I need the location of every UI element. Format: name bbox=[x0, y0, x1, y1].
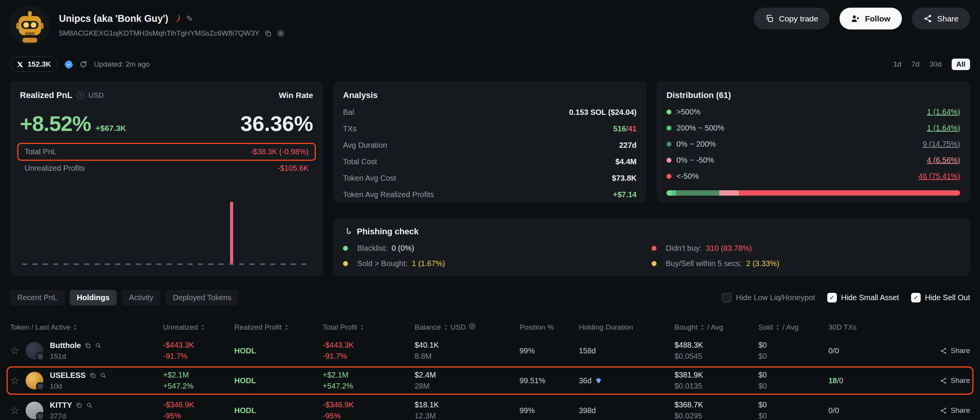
distribution-bar bbox=[666, 190, 960, 196]
filter-all[interactable]: All bbox=[952, 59, 970, 70]
distribution-bar-segment bbox=[676, 190, 719, 196]
distribution-panel: Distribution (61) >500% 1 (1.64%) 200% ~… bbox=[657, 81, 970, 203]
gem-icon bbox=[595, 377, 602, 384]
explorer-icon[interactable] bbox=[277, 29, 285, 38]
realized-pnl-percent: +8.52% bbox=[20, 111, 91, 136]
header-holding-duration[interactable]: Holding Duration bbox=[579, 323, 675, 332]
copy-address-icon[interactable] bbox=[265, 30, 272, 37]
header-sold[interactable]: Sold / Avg bbox=[758, 323, 828, 332]
cell-balance: $40.1K8.8M bbox=[415, 341, 519, 361]
win-rate-label: Win Rate bbox=[279, 91, 313, 100]
filter-1d[interactable]: 1d bbox=[893, 60, 902, 69]
filter-7d[interactable]: 7d bbox=[911, 60, 920, 69]
phishing-item-blacklist: Blacklist: 0 (0%) bbox=[343, 244, 652, 253]
checkbox-icon[interactable] bbox=[722, 293, 732, 302]
header-realized-profit[interactable]: Realized Profit bbox=[234, 323, 323, 332]
pnl-chart bbox=[22, 186, 311, 265]
header-token[interactable]: Token / Last Active bbox=[10, 323, 163, 332]
refresh-icon[interactable] bbox=[80, 60, 87, 68]
token-row-useless[interactable]: USELESS 10d +$2.1M+547.2% HODL +$2.1M+54… bbox=[10, 366, 970, 395]
cell-realized: HODL bbox=[234, 406, 323, 415]
info-icon[interactable] bbox=[77, 92, 84, 99]
sort-icon bbox=[284, 324, 289, 330]
copy-token-icon[interactable] bbox=[85, 342, 91, 349]
hide-low-liq-checkbox[interactable]: Hide Low Liq/Honeypot bbox=[722, 293, 815, 302]
hide-small-asset-checkbox[interactable]: ✓ Hide Small Asset bbox=[827, 293, 899, 302]
share-icon bbox=[923, 14, 932, 23]
hide-sell-out-checkbox[interactable]: ✓ Hide Sell Out bbox=[911, 293, 970, 302]
sort-icon bbox=[444, 324, 448, 330]
tab-recent-pnl[interactable]: Recent PnL bbox=[10, 290, 65, 306]
pnl-spike bbox=[230, 202, 233, 263]
cell-unrealized: +$2.1M+547.2% bbox=[163, 371, 234, 391]
share-row-button[interactable]: Share bbox=[897, 376, 970, 385]
cell-sold: $0$0 bbox=[758, 371, 828, 391]
token-row-kitty[interactable]: KITTY 377d -$346.9K-95% HODL -$346.9K-95… bbox=[10, 395, 970, 420]
favorite-star-icon[interactable] bbox=[10, 405, 19, 416]
filter-30d[interactable]: 30d bbox=[929, 60, 942, 69]
token-name[interactable]: Butthole bbox=[50, 341, 81, 350]
meta-row: 152.3K Updated: 2m ago 1d 7d 30d All bbox=[10, 57, 970, 72]
analysis-title: Analysis bbox=[343, 90, 637, 100]
profile-info: Unipcs (aka 'Bonk Guy') 5M8ACGKEXG1ojKDT… bbox=[59, 13, 285, 38]
unrealized-profits-value: -$105.6K bbox=[278, 164, 309, 173]
bucket-dot bbox=[666, 126, 671, 131]
copy-token-icon[interactable] bbox=[76, 402, 82, 409]
token-logo bbox=[26, 342, 43, 360]
distribution-value-link[interactable]: 1 (1.64%) bbox=[927, 124, 960, 132]
edit-name-icon[interactable] bbox=[186, 14, 193, 23]
tab-deployed-tokens[interactable]: Deployed Tokens bbox=[165, 290, 238, 306]
tabs-row: Recent PnL Holdings Activity Deployed To… bbox=[10, 290, 970, 306]
holdings-table: Token / Last Active Unrealized Realized … bbox=[10, 319, 970, 420]
sort-icon bbox=[776, 324, 780, 330]
checkbox-icon[interactable]: ✓ bbox=[911, 293, 921, 302]
phishing-title: Phishing check bbox=[357, 227, 418, 237]
search-token-icon[interactable] bbox=[86, 402, 93, 409]
analysis-row-txs: TXs 516/41 bbox=[343, 124, 637, 133]
token-last-active: 377d bbox=[50, 412, 93, 420]
cell-30d-txs: 0/0 bbox=[828, 346, 897, 355]
header-position[interactable]: Position % bbox=[519, 323, 579, 332]
profile-block: Unipcs (aka 'Bonk Guy') 5M8ACGKEXG1ojKDT… bbox=[10, 5, 285, 45]
favorite-star-icon[interactable] bbox=[10, 376, 19, 386]
header-30d-txs: 30D TXs bbox=[828, 323, 897, 332]
followers-count: 152.3K bbox=[28, 60, 51, 69]
share-icon bbox=[940, 377, 947, 384]
favorite-star-icon[interactable] bbox=[10, 346, 19, 356]
token-name[interactable]: USELESS bbox=[50, 371, 85, 380]
currency-toggle-icon[interactable] bbox=[469, 323, 476, 332]
chili-emoji-icon bbox=[173, 14, 182, 23]
copy-trade-button[interactable]: Copy trade bbox=[754, 8, 830, 29]
sort-icon bbox=[700, 324, 704, 330]
follow-button[interactable]: Follow bbox=[840, 8, 902, 29]
token-row-butthole[interactable]: Butthole 151d -$443.3K-91.7% HODL -$443.… bbox=[10, 336, 970, 366]
tab-activity[interactable]: Activity bbox=[122, 290, 160, 306]
verified-badge-icon[interactable] bbox=[64, 60, 73, 69]
header-balance[interactable]: Balance USD bbox=[415, 323, 519, 332]
distribution-value-link[interactable]: 1 (1.64%) bbox=[927, 108, 960, 116]
distribution-value-link[interactable]: 9 (14.75%) bbox=[923, 140, 960, 149]
search-token-icon[interactable] bbox=[100, 372, 106, 379]
search-token-icon[interactable] bbox=[95, 342, 101, 349]
token-name[interactable]: KITTY bbox=[50, 401, 72, 410]
analysis-panel: Analysis Bal 0.153 SOL ($24.04) TXs 516/… bbox=[333, 81, 647, 203]
phishing-check-panel: Phishing check Blacklist: 0 (0%) Didn't … bbox=[333, 218, 970, 276]
token-logo bbox=[26, 372, 43, 389]
twitter-followers-pill[interactable]: 152.3K bbox=[10, 57, 58, 72]
distribution-value-link[interactable]: 4 (6.56%) bbox=[927, 156, 960, 165]
share-button[interactable]: Share bbox=[912, 8, 970, 29]
checkbox-icon[interactable]: ✓ bbox=[827, 293, 837, 302]
header-total-profit[interactable]: Total Profit bbox=[323, 323, 415, 332]
win-rate-value: 36.36% bbox=[240, 111, 313, 136]
token-logo bbox=[26, 402, 43, 419]
header-unrealized[interactable]: Unrealized bbox=[163, 323, 234, 332]
share-row-button[interactable]: Share bbox=[897, 406, 970, 415]
copy-token-icon[interactable] bbox=[90, 372, 96, 379]
phishing-icon bbox=[343, 227, 352, 236]
distribution-value-link[interactable]: 46 (75.41%) bbox=[918, 172, 960, 181]
share-row-button[interactable]: Share bbox=[897, 346, 970, 355]
stats-panels: Realized PnL USD Win Rate +8.52% +$67.3K… bbox=[10, 81, 970, 276]
tab-holdings[interactable]: Holdings bbox=[70, 290, 117, 306]
distribution-row-lt-neg50: <-50% 46 (75.41%) bbox=[666, 172, 960, 181]
header-bought[interactable]: Bought / Avg bbox=[675, 323, 758, 332]
